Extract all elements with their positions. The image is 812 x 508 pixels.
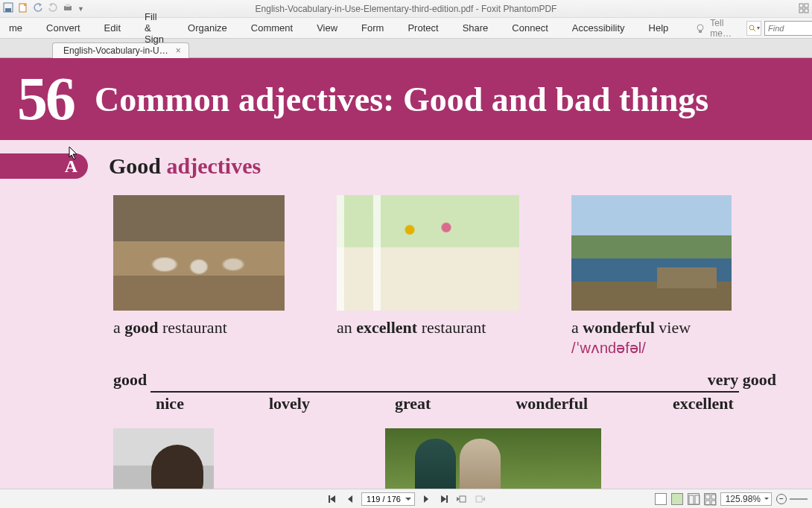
tell-me[interactable]: Tell me… (695, 18, 732, 39)
svg-marker-27 (424, 495, 428, 503)
svg-rect-39 (711, 501, 716, 505)
svg-rect-7 (66, 4, 70, 7)
menu-help[interactable]: Help (637, 19, 681, 36)
svg-rect-38 (705, 501, 710, 505)
title-bar: ▼ English-Vocabulary-in-Use-Elementary-t… (0, 0, 812, 18)
restaurant-image-1 (113, 195, 285, 311)
search-mode-dropdown[interactable]: ▾ (746, 21, 761, 36)
example-card-3: a wonderful view /ˈwʌndəfəl/ (571, 195, 732, 357)
document-viewport[interactable]: 56 Common adjectives: Good and bad thing… (0, 58, 812, 489)
scale-item: nice (156, 394, 184, 413)
svg-rect-10 (799, 9, 803, 13)
svg-rect-37 (711, 495, 716, 499)
prev-page-button[interactable] (343, 492, 357, 506)
caption-3: a wonderful view (571, 318, 732, 337)
document-tabstrip: English-Vocabulary-in-U… × (0, 39, 812, 58)
caption-2: an excellent restaurant (337, 318, 519, 337)
new-doc-icon[interactable] (18, 2, 28, 15)
section-letter: A (65, 156, 77, 177)
scale-left-label: good (113, 370, 147, 390)
menu-protect[interactable]: Protect (396, 19, 450, 36)
example-card-1: a good restaurant (113, 195, 285, 357)
scale-item: lovely (269, 394, 310, 413)
section-title: Good adjectives (109, 153, 261, 179)
view-image (571, 195, 732, 311)
example-card-2: an excellent restaurant (337, 195, 519, 357)
section-word-1: Good (109, 153, 167, 178)
scale-item: excellent (673, 394, 734, 413)
svg-line-15 (753, 29, 755, 31)
menu-accessibility[interactable]: Accessibility (560, 19, 637, 36)
ipa-pronunciation: /ˈwʌndəfəl/ (571, 339, 732, 357)
svg-rect-1 (5, 8, 11, 12)
menu-share[interactable]: Share (451, 19, 501, 36)
menu-convert[interactable]: Convert (34, 19, 92, 36)
zoom-out-button[interactable]: − (776, 494, 787, 504)
qat-dropdown-icon[interactable]: ▼ (77, 5, 84, 13)
zoom-level[interactable]: 125.98% (720, 492, 772, 506)
menu-view[interactable]: View (305, 19, 349, 36)
facing-view-icon[interactable] (688, 493, 700, 505)
svg-rect-13 (699, 31, 702, 33)
unit-header: 56 Common adjectives: Good and bad thing… (0, 58, 812, 140)
single-page-view-icon[interactable] (655, 493, 667, 505)
find-box[interactable] (764, 21, 812, 36)
scale-right-label: very good (708, 370, 776, 390)
menu-bar: me Convert Edit Fill & Sign Organize Com… (0, 18, 812, 39)
svg-rect-32 (476, 496, 482, 502)
menu-comment[interactable]: Comment (239, 19, 305, 36)
status-bar: 119 / 176 125.98% − (0, 489, 812, 508)
unit-number: 56 (0, 64, 78, 134)
svg-rect-29 (446, 495, 448, 503)
menu-form[interactable]: Form (349, 19, 396, 36)
next-page-button[interactable] (419, 492, 433, 506)
menu-edit[interactable]: Edit (92, 19, 133, 36)
svg-rect-8 (799, 4, 803, 7)
svg-marker-5 (49, 3, 52, 7)
svg-rect-30 (460, 496, 466, 502)
svg-marker-24 (330, 495, 335, 503)
unit-title: Common adjectives: Good and bad things (95, 80, 708, 119)
adjective-scale: good very good nice lovely great wonderf… (113, 370, 776, 413)
last-page-button[interactable] (437, 492, 451, 506)
close-tab-icon[interactable]: × (176, 45, 181, 56)
menu-fill-sign[interactable]: Fill & Sign (133, 8, 176, 48)
svg-marker-4 (39, 3, 42, 7)
next-view-button[interactable] (473, 492, 486, 506)
menu-organize[interactable]: Organize (176, 19, 239, 36)
page-number-box[interactable]: 119 / 176 (361, 492, 415, 506)
scale-item: wonderful (516, 394, 588, 413)
window-arrange-icon[interactable] (799, 3, 809, 13)
prev-view-button[interactable] (455, 492, 469, 506)
continuous-facing-view-icon[interactable] (704, 493, 716, 505)
svg-rect-11 (805, 9, 808, 13)
scale-line (150, 391, 739, 393)
zoom-text: 125.98% (726, 494, 761, 504)
menu-home[interactable]: me (6, 19, 34, 36)
person-image (113, 428, 214, 489)
svg-point-12 (697, 25, 703, 31)
redo-icon[interactable] (48, 2, 58, 15)
svg-rect-34 (689, 495, 694, 504)
svg-marker-28 (441, 495, 446, 503)
zoom-slider[interactable] (790, 498, 808, 500)
svg-marker-33 (482, 497, 485, 501)
menu-connect[interactable]: Connect (500, 19, 559, 36)
scale-item: great (395, 394, 431, 413)
print-icon[interactable] (63, 2, 73, 15)
save-icon[interactable] (3, 2, 13, 15)
undo-icon[interactable] (33, 2, 43, 15)
svg-marker-26 (348, 495, 352, 503)
restaurant-image-2 (337, 195, 519, 311)
tell-me-label: Tell me… (710, 18, 732, 39)
continuous-view-icon[interactable] (671, 493, 683, 505)
people-outdoors-image (385, 428, 601, 489)
pdf-page: 56 Common adjectives: Good and bad thing… (0, 58, 812, 489)
first-page-button[interactable] (326, 492, 339, 506)
window-title: English-Vocabulary-in-Use-Elementary-thi… (256, 4, 557, 14)
page-number-text: 119 / 176 (367, 495, 401, 504)
svg-marker-31 (457, 497, 460, 501)
find-input[interactable] (765, 24, 812, 33)
svg-rect-25 (329, 495, 330, 503)
caption-1: a good restaurant (113, 318, 285, 337)
